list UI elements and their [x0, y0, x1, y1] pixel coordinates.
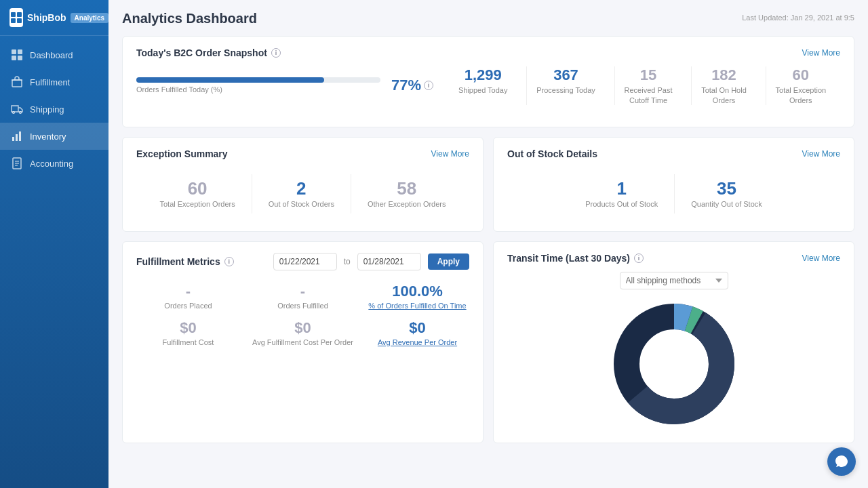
two-col-row-1: Exception Summary View More 60 Total Exc…: [122, 137, 854, 232]
stat-label-shipped: Shipped Today: [458, 85, 508, 95]
exception-total-value: 60: [159, 180, 235, 197]
fm-card-header: Fulfillment Metrics i to Apply: [136, 253, 469, 270]
fm-orders-placed-value: -: [136, 284, 240, 299]
chart-bar-icon: [11, 130, 23, 142]
stat-value-past-cutoff: 15: [625, 66, 673, 84]
exception-summary-view-more[interactable]: View More: [431, 149, 469, 159]
fm-cost-value: $0: [136, 321, 240, 336]
exception-metric-row: 60 Total Exception Orders 2 Out of Stock…: [136, 167, 469, 220]
progress-label: Orders Fulfilled Today (%): [136, 85, 380, 94]
sidebar-item-inventory[interactable]: Inventory: [0, 123, 108, 150]
svg-rect-12: [16, 134, 18, 141]
exception-oos-value: 2: [269, 180, 334, 197]
fulfillment-metrics-card: Fulfillment Metrics i to Apply - Orders …: [122, 241, 484, 443]
last-updated: Last Updated: Jan 29, 2021 at 9:5: [742, 14, 854, 22]
oos-metric-row: 1 Products Out of Stock 35 Quantity Out …: [507, 167, 840, 220]
fm-cost-label: Fulfillment Cost: [136, 338, 240, 346]
sidebar-item-fulfillment[interactable]: Fulfillment: [0, 68, 108, 96]
fm-card-title: Fulfillment Metrics i: [136, 256, 234, 267]
transit-info-icon[interactable]: i: [634, 253, 644, 263]
snapshot-view-more[interactable]: View More: [802, 48, 840, 58]
shipping-methods-select[interactable]: All shipping methods: [620, 272, 728, 289]
exception-other-label: Other Exception Orders: [368, 200, 446, 208]
fm-apply-button[interactable]: Apply: [428, 253, 469, 270]
fm-orders-fulfilled-label: Orders Fulfilled: [251, 302, 355, 310]
oos-view-more[interactable]: View More: [802, 149, 840, 159]
progress-bar-wrap: Orders Fulfilled Today (%): [136, 77, 380, 94]
exception-summary-card: Exception Summary View More 60 Total Exc…: [122, 137, 484, 232]
snapshot-info-icon[interactable]: i: [271, 48, 281, 58]
fm-stat-orders-fulfilled: - Orders Fulfilled: [251, 284, 355, 310]
main-content: Analytics Dashboard Last Updated: Jan 29…: [108, 0, 868, 488]
sidebar-item-accounting[interactable]: Accounting: [0, 150, 108, 177]
fm-avg-cost-value: $0: [251, 321, 355, 336]
page-header: Analytics Dashboard Last Updated: Jan 29…: [122, 11, 854, 26]
stat-value-on-hold: 182: [701, 66, 747, 84]
fm-stats-grid: - Orders Placed - Orders Fulfilled 100.0…: [136, 284, 469, 346]
fm-info-icon[interactable]: i: [224, 257, 234, 266]
svg-rect-8: [12, 80, 22, 87]
grid-icon: [11, 49, 23, 61]
exception-other: 58 Other Exception Orders: [351, 174, 462, 214]
sidebar-nav: Dashboard Fulfillment Shipping: [0, 36, 108, 177]
snapshot-card-title: Today's B2C Order Snapshot i: [136, 47, 281, 58]
oos-card-title: Out of Stock Details: [507, 148, 597, 159]
fm-stat-cost: $0 Fulfillment Cost: [136, 321, 240, 346]
svg-rect-6: [12, 56, 16, 60]
snapshot-stats: 1,299 Shipped Today 367 Processing Today…: [444, 66, 840, 105]
fm-date-from[interactable]: [273, 253, 337, 270]
svg-rect-7: [18, 56, 22, 60]
transit-time-card: Transit Time (Last 30 Days) i View More …: [493, 241, 854, 443]
fm-pct-ontime-value: 100.0%: [366, 284, 469, 299]
exception-other-value: 58: [368, 180, 446, 197]
sidebar-label-shipping: Shipping: [30, 104, 64, 115]
oos-products-label: Products Out of Stock: [585, 200, 658, 208]
oos-quantity-value: 35: [691, 180, 762, 197]
fm-date-to[interactable]: [357, 253, 421, 270]
svg-point-22: [640, 330, 708, 398]
sidebar-logo: ShipBob Analytics: [0, 0, 108, 36]
transit-view-more[interactable]: View More: [802, 253, 840, 263]
progress-bar-bg: [136, 77, 380, 83]
sidebar-item-shipping[interactable]: Shipping: [0, 96, 108, 123]
sidebar-label-fulfillment: Fulfillment: [30, 77, 70, 87]
stat-label-processing: Processing Today: [536, 85, 595, 95]
chat-icon: [834, 454, 849, 469]
svg-rect-4: [12, 49, 16, 54]
fab-button[interactable]: [827, 447, 856, 476]
stat-item-past-cutoff: 15 Received PastCutoff Time: [614, 66, 682, 105]
svg-rect-2: [11, 18, 16, 23]
two-col-row-2: Fulfillment Metrics i to Apply - Orders …: [122, 241, 854, 443]
sidebar-item-dashboard[interactable]: Dashboard: [0, 41, 108, 68]
exception-out-of-stock: 2 Out of Stock Orders: [252, 174, 351, 214]
stat-item-on-hold: 182 Total On HoldOrders: [691, 66, 756, 105]
stat-label-past-cutoff: Received PastCutoff Time: [625, 85, 673, 105]
exception-total-label: Total Exception Orders: [159, 200, 235, 208]
out-of-stock-card: Out of Stock Details View More 1 Product…: [493, 137, 854, 232]
fm-avg-revenue-label[interactable]: Avg Revenue Per Order: [366, 338, 469, 346]
oos-card-header: Out of Stock Details View More: [507, 148, 840, 159]
oos-quantity: 35 Quantity Out of Stock: [675, 174, 778, 214]
fm-avg-revenue-value: $0: [366, 321, 469, 336]
stat-item-exception: 60 Total ExceptionOrders: [766, 66, 836, 105]
fm-pct-ontime-label[interactable]: % of Orders Fulfilled On Time: [366, 302, 469, 310]
box-icon: [11, 76, 23, 88]
svg-rect-1: [17, 12, 22, 17]
exception-summary-title: Exception Summary: [136, 148, 228, 159]
fm-stat-avg-revenue: $0 Avg Revenue Per Order: [366, 321, 469, 346]
fm-orders-placed-label: Orders Placed: [136, 302, 240, 310]
stat-item-processing: 367 Processing Today: [526, 66, 605, 105]
stat-value-processing: 367: [536, 66, 595, 84]
oos-quantity-label: Quantity Out of Stock: [691, 200, 762, 208]
stat-value-shipped: 1,299: [458, 66, 508, 84]
stat-label-on-hold: Total On HoldOrders: [701, 85, 747, 105]
exception-summary-header: Exception Summary View More: [136, 148, 469, 159]
exception-total: 60 Total Exception Orders: [143, 174, 252, 214]
sidebar-label-inventory: Inventory: [30, 131, 66, 142]
pct-info-icon[interactable]: i: [424, 81, 433, 90]
fm-date-sep: to: [344, 257, 351, 266]
fm-date-controls: to Apply: [273, 253, 469, 270]
sidebar-label-accounting: Accounting: [30, 159, 73, 169]
stat-item-shipped: 1,299 Shipped Today: [449, 66, 517, 105]
stat-value-exception: 60: [776, 66, 827, 84]
